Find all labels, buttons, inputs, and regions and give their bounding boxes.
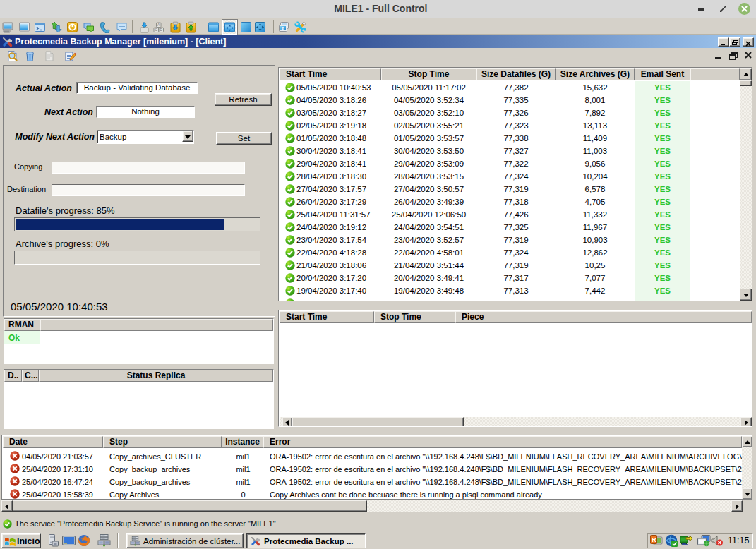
svg-text:D: D bbox=[160, 28, 163, 32]
svg-text:R: R bbox=[652, 536, 656, 543]
svg-text:C: C bbox=[155, 28, 158, 32]
